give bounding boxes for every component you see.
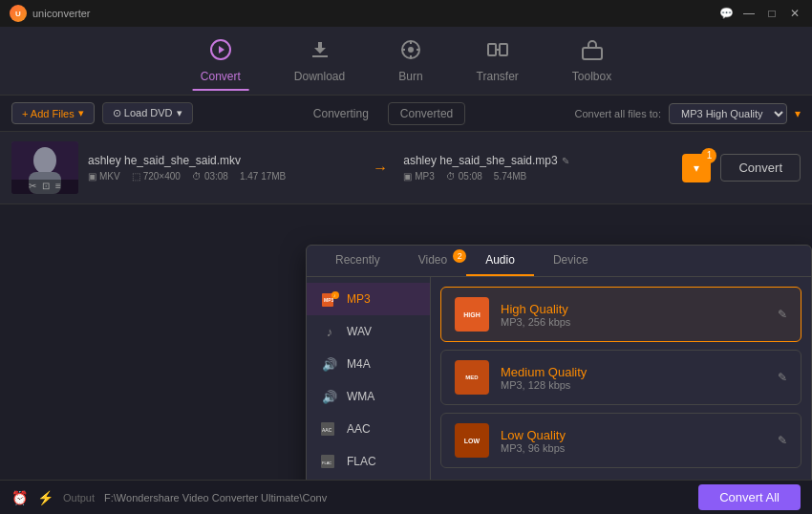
svg-text:FLAC: FLAC bbox=[322, 460, 331, 465]
source-format: ▣ MKV bbox=[88, 171, 120, 182]
nav-burn-label: Burn bbox=[398, 70, 422, 83]
source-filename: ashley he_said_she_said.mkv bbox=[88, 154, 357, 167]
tab-recently[interactable]: Recently bbox=[316, 246, 399, 276]
tab-video[interactable]: Video 2 bbox=[399, 246, 466, 276]
convert-all-button[interactable]: Convert All bbox=[698, 484, 801, 510]
format-list: MP3♪ MP3 ♪ WAV 🔊 M4A 🔊 WMA bbox=[307, 277, 431, 480]
medium-quality-name: Medium Quality bbox=[501, 365, 766, 379]
low-quality-info: Low Quality MP3, 96 kbps bbox=[501, 428, 766, 454]
scissors-icon[interactable]: ✂ bbox=[29, 181, 36, 191]
tab-device[interactable]: Device bbox=[534, 246, 608, 276]
format-icon: ▣ bbox=[88, 171, 96, 182]
nav-toolbox[interactable]: Toolbox bbox=[545, 31, 638, 91]
target-format-icon: ▣ bbox=[403, 171, 412, 182]
resolution-icon: ⬚ bbox=[132, 171, 140, 182]
convert-all-label: Convert all files to: bbox=[575, 108, 661, 119]
mp3-icon: MP3♪ bbox=[320, 289, 339, 309]
video-tab-badge: 2 bbox=[453, 249, 466, 263]
source-resolution: ⬚ 720×400 bbox=[132, 171, 181, 182]
source-size: 1.47 17MB bbox=[240, 171, 286, 182]
source-meta: ▣ MKV ⬚ 720×400 ⏱ 03:08 1.47 17MB bbox=[88, 171, 357, 182]
file-row: ✂ ⊡ ≡ ashley he_said_she_said.mkv ▣ MKV … bbox=[0, 132, 812, 204]
nav-download[interactable]: Download bbox=[267, 31, 372, 91]
medium-quality-icon: MED bbox=[455, 360, 489, 395]
format-aac[interactable]: AAC AAC bbox=[307, 413, 430, 445]
format-body: MP3♪ MP3 ♪ WAV 🔊 M4A 🔊 WMA bbox=[307, 277, 811, 480]
medium-quality-edit-icon[interactable]: ✎ bbox=[778, 371, 787, 384]
m4a-label: M4A bbox=[347, 357, 371, 371]
svg-text:AAC: AAC bbox=[322, 427, 332, 433]
target-filename: ashley he_said_she_said.mp3 ✎ bbox=[403, 154, 673, 167]
aac-label: AAC bbox=[347, 422, 371, 436]
format-flac[interactable]: FLAC FLAC bbox=[307, 445, 430, 478]
arrow-separator: → bbox=[367, 160, 394, 177]
crop-icon[interactable]: ⊡ bbox=[42, 181, 50, 191]
maximize-btn[interactable]: □ bbox=[764, 7, 780, 20]
toolbox-icon bbox=[581, 38, 604, 66]
target-size: 5.74MB bbox=[494, 171, 526, 182]
nav-convert[interactable]: Convert bbox=[174, 31, 267, 91]
transfer-icon bbox=[486, 38, 509, 66]
low-quality-name: Low Quality bbox=[501, 428, 766, 442]
svg-marker-1 bbox=[219, 46, 224, 54]
thumbnail: ✂ ⊡ ≡ bbox=[11, 141, 78, 194]
convert-button[interactable]: Convert bbox=[720, 154, 801, 182]
svg-point-13 bbox=[33, 147, 56, 174]
clock-bottom-icon[interactable]: ⏰ bbox=[11, 490, 28, 505]
target-info: ashley he_said_she_said.mp3 ✎ ▣ MP3 ⏱ 05… bbox=[403, 154, 673, 182]
quality-medium[interactable]: MED Medium Quality MP3, 128 kbps ✎ bbox=[440, 350, 801, 405]
high-quality-name: High Quality bbox=[501, 302, 766, 316]
download-icon bbox=[309, 38, 331, 66]
mp3-label: MP3 bbox=[347, 292, 371, 306]
quality-list: HIGH High Quality MP3, 256 kbps ✎ MED Me… bbox=[431, 277, 811, 480]
target-duration: ⏱ 05:08 bbox=[446, 171, 482, 182]
tab-converting[interactable]: Converting bbox=[302, 103, 380, 124]
add-files-button[interactable]: + Add Files ▾ bbox=[11, 102, 95, 124]
toolbar: + Add Files ▾ ⊙ Load DVD ▾ Converting Co… bbox=[0, 96, 812, 132]
aac-icon: AAC bbox=[320, 419, 339, 439]
tab-converted[interactable]: Converted bbox=[388, 102, 465, 125]
dropdown-badge: 1 bbox=[701, 148, 716, 163]
convert-all-select[interactable]: MP3 High Quality bbox=[669, 103, 787, 124]
clock-icon: ⏱ bbox=[192, 171, 202, 182]
format-wav[interactable]: ♪ WAV bbox=[307, 315, 430, 348]
minimize-btn[interactable]: — bbox=[741, 7, 757, 20]
bottom-bar: ⏰ ⚡ Output F:\Wondershare Video Converte… bbox=[0, 480, 812, 514]
target-meta: ▣ MP3 ⏱ 05:08 5.74MB bbox=[403, 171, 673, 182]
wav-label: WAV bbox=[347, 325, 372, 338]
nav-transfer-label: Transfer bbox=[477, 70, 519, 83]
output-path: F:\Wondershare Video Converter Ultimate\… bbox=[104, 492, 327, 503]
app-name: uniconverter bbox=[32, 8, 91, 19]
format-dropdown: Recently Video 2 Audio Device MP3♪ M bbox=[306, 245, 812, 480]
output-label: Output bbox=[63, 492, 95, 503]
format-m4a[interactable]: 🔊 M4A bbox=[307, 348, 430, 380]
format-ac3[interactable]: AC3 AC3 bbox=[307, 478, 430, 480]
list-icon[interactable]: ≡ bbox=[55, 181, 61, 191]
lightning-icon[interactable]: ⚡ bbox=[37, 490, 53, 505]
nav-transfer[interactable]: Transfer bbox=[450, 31, 545, 91]
app-logo: U bbox=[10, 5, 27, 22]
format-mp3[interactable]: MP3♪ MP3 bbox=[307, 283, 430, 315]
dropdown-btn-wrapper: ▾ 1 bbox=[682, 154, 711, 182]
source-duration: ⏱ 03:08 bbox=[192, 171, 228, 182]
close-btn[interactable]: ✕ bbox=[787, 7, 802, 20]
add-files-label: + Add Files bbox=[22, 108, 75, 119]
nav-burn[interactable]: Burn bbox=[372, 31, 449, 91]
high-quality-icon: HIGH bbox=[455, 297, 489, 332]
high-quality-edit-icon[interactable]: ✎ bbox=[778, 308, 787, 321]
high-quality-detail: MP3, 256 kbps bbox=[501, 316, 766, 328]
nav-toolbox-label: Toolbox bbox=[572, 70, 611, 83]
low-quality-edit-icon[interactable]: ✎ bbox=[778, 434, 787, 447]
chat-icon[interactable]: 💬 bbox=[718, 7, 734, 20]
wav-icon: ♪ bbox=[320, 322, 339, 341]
add-files-chevron: ▾ bbox=[78, 107, 84, 119]
tab-audio[interactable]: Audio bbox=[466, 246, 534, 276]
load-dvd-button[interactable]: ⊙ Load DVD ▾ bbox=[102, 102, 193, 124]
svg-rect-8 bbox=[488, 44, 496, 55]
quality-low[interactable]: LOW Low Quality MP3, 96 kbps ✎ bbox=[440, 413, 801, 468]
edit-filename-icon[interactable]: ✎ bbox=[562, 156, 569, 166]
format-tabs: Recently Video 2 Audio Device bbox=[307, 246, 811, 277]
quality-high[interactable]: HIGH High Quality MP3, 256 kbps ✎ bbox=[440, 287, 801, 342]
format-wma[interactable]: 🔊 WMA bbox=[307, 380, 430, 413]
low-quality-icon: LOW bbox=[455, 423, 489, 458]
